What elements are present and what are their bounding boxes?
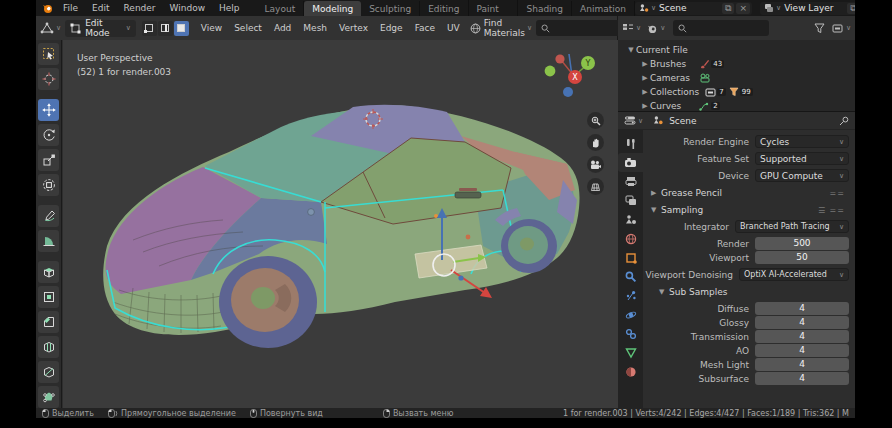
- workspace-tab-animation[interactable]: Animation: [572, 1, 635, 16]
- rotate-tool-icon[interactable]: [38, 124, 59, 146]
- workspace-tab-modeling[interactable]: Modeling: [304, 1, 361, 16]
- editor-type-properties-icon[interactable]: [624, 115, 636, 126]
- poly-build-tool-icon[interactable]: [38, 386, 59, 408]
- tab-constraints[interactable]: [618, 324, 643, 343]
- workspace-tab-shading[interactable]: Shading: [518, 1, 572, 16]
- render-engine-dropdown[interactable]: Cycles∨: [755, 135, 849, 148]
- scene-selector[interactable]: ∨ Scene ⧉ ×: [635, 2, 752, 15]
- face-select-button[interactable]: [174, 21, 189, 36]
- measure-tool-icon[interactable]: [38, 230, 59, 252]
- filter-funnel-icon[interactable]: [814, 23, 825, 34]
- tab-material[interactable]: [618, 362, 643, 381]
- disclosure-down-icon[interactable]: ▼: [626, 46, 636, 54]
- menu-help[interactable]: Help: [212, 0, 247, 16]
- transmission-samples-field[interactable]: 4: [755, 330, 849, 343]
- menu-mesh[interactable]: Mesh: [297, 23, 333, 33]
- filter-id-type-icon[interactable]: [647, 23, 658, 34]
- tab-physics[interactable]: [618, 305, 643, 324]
- workspace-tab-texture-paint[interactable]: Texture Paint: [469, 0, 519, 16]
- vertex-select-button[interactable]: [142, 21, 157, 36]
- display-mode-icon[interactable]: [622, 23, 634, 34]
- 3d-viewport[interactable]: User Perspective (52) 1 for render.003 Y…: [63, 40, 618, 408]
- tab-scene[interactable]: [618, 210, 643, 229]
- zoom-button[interactable]: [587, 112, 604, 129]
- menu-select[interactable]: Select: [228, 23, 268, 33]
- viewport-canvas[interactable]: [63, 40, 618, 408]
- tab-modifiers[interactable]: [618, 267, 643, 286]
- workspace-tab-uv-editing[interactable]: UV Editing: [420, 0, 468, 16]
- annotate-tool-icon[interactable]: [38, 205, 59, 227]
- new-scene-button[interactable]: ⧉: [722, 3, 734, 14]
- pin-icon[interactable]: [839, 116, 849, 126]
- tab-object-data[interactable]: [618, 343, 643, 362]
- find-materials-dropdown[interactable]: Find Materials ∨: [470, 18, 532, 38]
- diffuse-samples-field[interactable]: 4: [755, 302, 849, 315]
- menu-render[interactable]: Render: [117, 0, 163, 16]
- disclosure-right-icon[interactable]: ▶: [640, 102, 650, 110]
- inset-faces-tool-icon[interactable]: [38, 286, 59, 308]
- tab-particles[interactable]: [618, 286, 643, 305]
- extrude-region-tool-icon[interactable]: [38, 261, 59, 283]
- outliner-row-brushes[interactable]: ▶ Brushes 43: [618, 57, 855, 71]
- editor-type-3d-viewport-icon[interactable]: [40, 22, 54, 34]
- disclosure-right-icon[interactable]: ▶: [640, 88, 650, 96]
- outliner-row-curves[interactable]: ▶ Curves 2: [618, 99, 855, 113]
- grease-pencil-section-header[interactable]: ▶ Grease Pencil ==: [651, 186, 849, 200]
- render-samples-field[interactable]: 500: [755, 237, 849, 250]
- cursor-tool-icon[interactable]: [38, 68, 59, 90]
- mesh-light-samples-field[interactable]: 4: [755, 358, 849, 371]
- menu-edit[interactable]: Edit: [85, 0, 116, 16]
- bevel-tool-icon[interactable]: [38, 311, 59, 333]
- integrator-dropdown[interactable]: Branched Path Tracing∨: [735, 220, 849, 233]
- camera-view-button[interactable]: [587, 156, 604, 173]
- transform-tool-icon[interactable]: [38, 174, 59, 196]
- outliner-search-input[interactable]: [673, 20, 769, 36]
- tab-world[interactable]: [618, 229, 643, 248]
- view-layer-selector[interactable]: ∨ View Layer ⧉ ×: [760, 2, 855, 15]
- tab-view-layer[interactable]: [618, 191, 643, 210]
- viewport-denoising-dropdown[interactable]: OptiX AI-Accelerated∨: [739, 268, 849, 281]
- tab-render[interactable]: [618, 153, 643, 172]
- device-dropdown[interactable]: GPU Compute∨: [755, 169, 849, 182]
- edge-select-button[interactable]: [158, 21, 173, 36]
- sub-samples-section-header[interactable]: ▼ Sub Samples: [659, 285, 849, 299]
- menu-face[interactable]: Face: [409, 23, 441, 33]
- viewport-search-input[interactable]: [536, 20, 622, 36]
- menu-uv[interactable]: UV: [441, 23, 466, 33]
- box-select-tool-icon[interactable]: [38, 43, 59, 65]
- new-view-layer-button[interactable]: ⧉: [847, 3, 855, 14]
- tab-tool[interactable]: [618, 134, 643, 153]
- tab-object[interactable]: [618, 248, 643, 267]
- menu-vertex[interactable]: Vertex: [333, 23, 374, 33]
- menu-view[interactable]: View: [195, 23, 228, 33]
- collection-options-icon[interactable]: [832, 23, 844, 34]
- workspace-tab-layout[interactable]: Layout: [257, 1, 305, 16]
- perspective-toggle-button[interactable]: [587, 178, 604, 195]
- glossy-samples-field[interactable]: 4: [755, 316, 849, 329]
- feature-set-dropdown[interactable]: Supported∨: [755, 152, 849, 165]
- sampling-section-header[interactable]: ▼ Sampling ☰ ==: [651, 203, 849, 217]
- navigation-gizmo[interactable]: Y X: [544, 50, 608, 114]
- menu-file[interactable]: File: [56, 0, 85, 16]
- move-tool-icon[interactable]: [38, 99, 59, 121]
- mode-selector[interactable]: Edit Mode ∨: [65, 20, 136, 37]
- scale-tool-icon[interactable]: [38, 149, 59, 171]
- workspace-tab-sculpting[interactable]: Sculpting: [361, 1, 420, 16]
- pan-button[interactable]: [587, 134, 604, 151]
- viewport-samples-field[interactable]: 50: [755, 251, 849, 264]
- menu-edge[interactable]: Edge: [374, 23, 409, 33]
- ao-samples-field[interactable]: 4: [755, 344, 849, 357]
- subsurface-samples-field[interactable]: 4: [755, 372, 849, 385]
- outliner-row-cameras[interactable]: ▶ Cameras: [618, 71, 855, 85]
- preset-list-icon[interactable]: ☰ ==: [818, 206, 845, 215]
- knife-tool-icon[interactable]: [38, 361, 59, 383]
- close-scene-icon[interactable]: ×: [736, 3, 750, 14]
- menu-window[interactable]: Window: [163, 0, 213, 16]
- blender-logo-icon[interactable]: [42, 2, 54, 14]
- outliner-row-collections[interactable]: ▶ Collections 7 99: [618, 85, 855, 99]
- menu-add[interactable]: Add: [268, 23, 297, 33]
- disclosure-right-icon[interactable]: ▶: [640, 60, 650, 68]
- disclosure-right-icon[interactable]: ▶: [640, 74, 650, 82]
- outliner-row-current-file[interactable]: ▼ Current File: [618, 43, 855, 57]
- loop-cut-tool-icon[interactable]: [38, 336, 59, 358]
